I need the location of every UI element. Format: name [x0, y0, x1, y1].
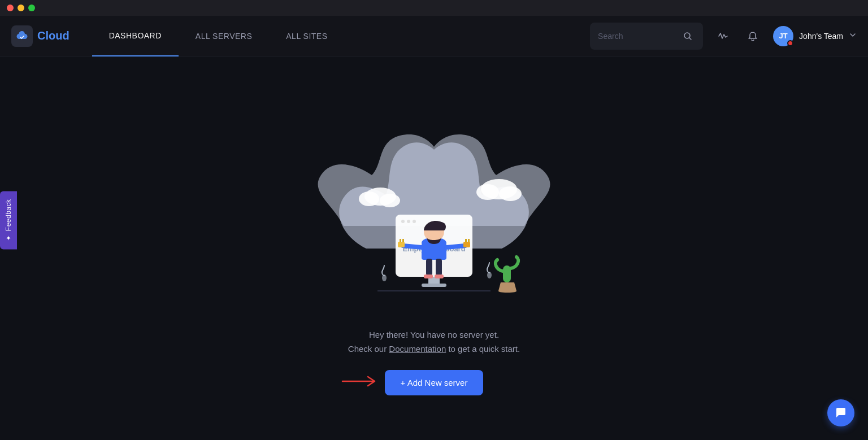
svg-rect-21	[465, 239, 467, 242]
empty-line2-suffix: to get a quick start.	[448, 344, 520, 354]
red-arrow	[340, 373, 382, 392]
svg-rect-18	[400, 239, 401, 242]
svg-point-9	[407, 220, 410, 223]
empty-illustration: Empty Dashboard	[298, 102, 570, 316]
svg-rect-26	[435, 275, 444, 278]
svg-rect-23	[426, 259, 432, 276]
svg-point-6	[499, 186, 522, 201]
svg-point-3	[380, 194, 400, 207]
svg-point-10	[413, 220, 416, 223]
user-team-name: John's Team	[799, 32, 843, 41]
empty-line2: Check our Documentation to get a quick s…	[348, 342, 520, 356]
team-dropdown-icon	[849, 31, 857, 41]
activity-icon[interactable]	[714, 27, 732, 45]
logo-icon	[11, 25, 33, 47]
navbar: Cloud DASHBOARD ALL SERVERS ALL SITES	[0, 16, 868, 56]
add-server-container: + Add New server	[385, 370, 484, 395]
notification-icon[interactable]	[744, 27, 762, 45]
svg-rect-20	[463, 242, 470, 247]
svg-point-28	[382, 275, 387, 281]
logo-text: Cloud	[37, 29, 70, 42]
svg-rect-22	[468, 239, 470, 242]
empty-state-text: Hey there! You have no server yet. Check…	[348, 328, 520, 356]
maximize-button[interactable]	[28, 5, 35, 11]
empty-line2-prefix: Check our	[348, 344, 387, 354]
nav-dashboard[interactable]: DASHBOARD	[92, 16, 179, 56]
close-button[interactable]	[7, 5, 14, 11]
nav-all-servers[interactable]: ALL SERVERS	[179, 16, 269, 56]
svg-point-29	[487, 272, 492, 278]
search-icon	[680, 27, 695, 45]
nav-right: JT John's Team	[590, 23, 857, 50]
svg-point-8	[401, 220, 405, 223]
avatar-badge	[787, 40, 793, 46]
feedback-tab[interactable]: ✦ Feedback	[0, 191, 17, 249]
avatar: JT	[773, 26, 793, 46]
svg-rect-24	[436, 259, 442, 276]
feedback-button[interactable]: ✦ Feedback	[0, 191, 17, 249]
chat-button[interactable]	[827, 399, 854, 426]
nav-all-sites[interactable]: ALL SITES	[269, 16, 344, 56]
empty-line1: Hey there! You have no server yet.	[348, 328, 520, 342]
search-box[interactable]	[590, 23, 703, 50]
documentation-link[interactable]: Documentation	[389, 344, 446, 354]
search-input[interactable]	[598, 32, 676, 41]
minimize-button[interactable]	[18, 5, 24, 11]
svg-rect-25	[424, 275, 433, 278]
titlebar	[0, 0, 868, 16]
add-server-button[interactable]: + Add New server	[385, 370, 484, 395]
main-content: Empty Dashboard	[0, 56, 868, 440]
svg-rect-19	[402, 239, 404, 242]
svg-rect-15	[422, 243, 446, 260]
svg-rect-17	[398, 242, 405, 247]
avatar-initials: JT	[779, 32, 788, 40]
user-area[interactable]: JT John's Team	[773, 26, 857, 46]
nav-links: DASHBOARD ALL SERVERS ALL SITES	[92, 16, 345, 56]
svg-point-5	[476, 184, 499, 200]
svg-point-2	[359, 191, 379, 206]
logo-area: Cloud	[11, 25, 81, 47]
svg-rect-13	[422, 284, 446, 287]
